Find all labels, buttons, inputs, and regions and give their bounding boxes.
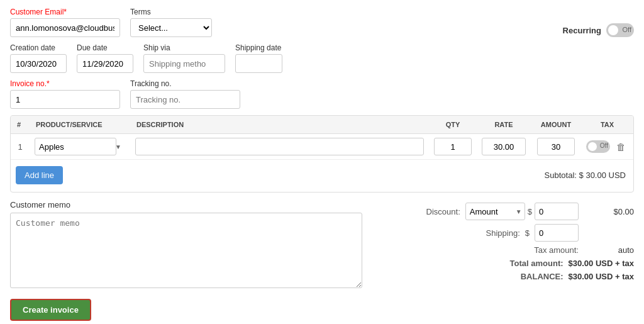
discount-total-value: $0.00 (584, 207, 634, 216)
col-num: # (11, 116, 30, 134)
shipping-date-input[interactable] (235, 54, 282, 73)
ship-via-input[interactable] (143, 54, 225, 73)
customer-email-label: Customer Email* (10, 8, 120, 16)
discount-label: Discount: (426, 207, 460, 216)
qty-input[interactable] (434, 138, 472, 155)
product-cell: Apples Apples Oranges ▼ (30, 134, 130, 160)
discount-type-select[interactable]: Amount Percent (465, 203, 525, 220)
table-row: 1 Apples Apples Oranges ▼ (11, 134, 633, 160)
shipping-date-label: Shipping date (235, 43, 282, 52)
shipping-value-input[interactable] (535, 224, 579, 242)
col-description: DESCRIPTION (130, 116, 429, 134)
qty-cell (429, 134, 477, 160)
recurring-label: Recurring (563, 26, 601, 35)
subtotal-label: Subtotal: (545, 170, 577, 180)
subtotal-value: $ 30.00 USD (579, 170, 626, 180)
creation-date-label: Creation date (10, 43, 67, 52)
tracking-no-label: Tracking no. (130, 79, 240, 88)
total-amount-label: Total amount: (510, 259, 564, 268)
add-line-button[interactable]: Add line (16, 166, 63, 184)
ship-via-label: Ship via (143, 43, 225, 52)
col-tax: TAX (581, 116, 633, 134)
col-qty: QTY (429, 116, 477, 134)
amount-input[interactable] (537, 138, 575, 155)
description-cell (130, 134, 429, 160)
memo-label: Customer memo (10, 200, 362, 209)
product-select[interactable]: Apples Apples Oranges (35, 138, 116, 155)
tax-amount-value: auto (584, 245, 634, 255)
memo-textarea[interactable] (10, 213, 362, 288)
invoice-no-label: Invoice no.* (10, 79, 120, 88)
row-num: 1 (11, 134, 30, 160)
tracking-no-input[interactable] (130, 90, 240, 109)
recurring-toggle[interactable]: Off (606, 23, 634, 37)
tax-amount-label: Tax amount: (534, 245, 579, 255)
col-product: PRODUCT/SERVICE (30, 116, 130, 134)
delete-row-button[interactable]: 🗑 (614, 140, 628, 154)
shipping-dollar-sign: $ (525, 228, 530, 238)
shipping-label: Shipping: (486, 228, 520, 238)
total-amount-value: $30.00 USD + tax (569, 259, 634, 268)
balance-label: BALANCE: (521, 272, 564, 281)
col-amount: AMOUNT (531, 116, 581, 134)
balance-value: $30.00 USD + tax (569, 272, 634, 281)
tax-toggle[interactable]: Off (586, 140, 610, 153)
invoice-no-input[interactable] (10, 90, 120, 109)
create-invoice-button[interactable]: Create invoice (10, 299, 91, 321)
rate-cell (477, 134, 531, 160)
customer-email-input[interactable] (10, 18, 120, 37)
tax-cell: Off 🗑 (581, 134, 633, 160)
due-date-input[interactable] (77, 54, 133, 73)
description-input[interactable] (135, 138, 424, 155)
amount-cell (531, 134, 581, 160)
due-date-label: Due date (77, 43, 133, 52)
discount-value-input[interactable] (535, 203, 579, 220)
creation-date-input[interactable] (10, 54, 67, 73)
discount-dollar-sign: $ (528, 207, 532, 216)
terms-label: Terms (130, 8, 212, 16)
terms-select[interactable]: Select... Net 15 Net 30 Net 60 Due on re… (130, 18, 212, 37)
rate-input[interactable] (482, 138, 526, 155)
col-rate: RATE (477, 116, 531, 134)
